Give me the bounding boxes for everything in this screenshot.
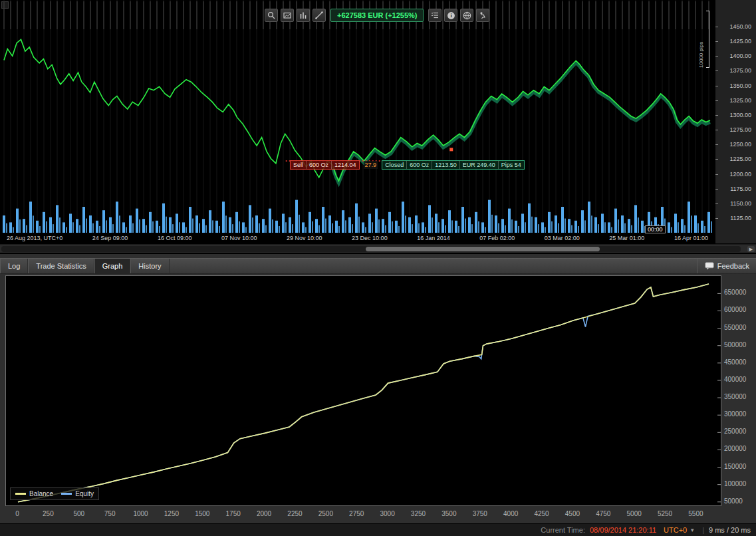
equity-x-axis-label: 500 [73,510,84,517]
latency-value: 9 ms / 20 ms [709,526,751,534]
equity-y-axis-label: 100000 [724,480,746,487]
price-axis-label: 1175.00 [715,186,756,192]
scrollbar-right-arrow-icon[interactable]: ▶ [747,246,755,252]
status-separator: | [702,526,704,534]
tab-graph[interactable]: Graph [94,259,131,273]
partial-price-label: 27.9 [364,161,378,169]
zoom-icon[interactable] [265,9,278,22]
tab-trade-statistics[interactable]: Trade Statistics [28,259,94,273]
chart-horizontal-scrollbar[interactable]: ▶ [0,244,756,253]
date-axis-label: 23 Dec 10:00 [352,235,388,241]
timezone-dropdown[interactable]: UTC+0 ▼ [661,526,697,534]
closed-price: 1213.50 [432,161,460,169]
price-axis-label: 1400.00 [715,53,756,59]
closed-pips: Pips 54 [499,161,524,169]
tab-log[interactable]: Log [0,259,28,273]
date-axis-label: 25 Mar 01:00 [609,235,644,241]
date-axis-label: 07 Nov 10:00 [221,235,257,241]
date-axis-label: 03 Mar 02:00 [545,235,580,241]
tab-history[interactable]: History [130,259,169,273]
date-axis-label: 26 Aug 2013, UTC+0 [7,235,63,241]
equity-x-axis-label: 4000 [503,510,518,517]
equity-x-axis-label: 1000 [133,510,148,517]
chevron-down-icon: ▼ [690,527,695,533]
sell-trade-label: Sell 600 Oz 1214.04 [290,160,360,170]
price-axis-label: 1225.00 [715,156,756,162]
closed-status: Closed [382,161,407,169]
equity-x-axis-label: 5000 [627,510,642,517]
price-axis-label: 1325.00 [715,97,756,104]
info-icon[interactable]: i [444,9,457,22]
closed-trade-label: Closed 600 Oz 1213.50 EUR 249.40 Pips 54 [382,160,525,170]
equity-x-axis-label: 1750 [226,510,241,517]
equity-y-axis-label: 300000 [724,410,746,418]
equity-x-axis-label: 1250 [164,510,179,517]
equity-y-axis-label: 650000 [724,289,746,296]
graph-legend: Balance Equity [10,487,99,500]
price-axis-label: 1150.00 [715,200,756,207]
sell-amount: 600 Oz [307,161,332,169]
equity-y-axis-label: 600000 [724,306,746,313]
snapshot-icon[interactable] [281,9,294,22]
equity-x-axis-label: 5500 [688,510,703,517]
equity-y-axis: 6500006000005500005000004500004000003500… [724,275,756,506]
pips-ruler-label: 10000 pips [698,11,705,68]
price-axis-label: 1450.00 [715,23,756,30]
equity-x-axis: 0250500750100012501500175020002250250027… [5,509,721,519]
globe-icon[interactable] [460,9,473,22]
equity-x-axis-label: 250 [43,510,54,517]
equity-y-axis-label: 200000 [724,445,746,452]
equity-x-axis-label: 2250 [287,510,302,517]
equity-y-axis-label: 450000 [724,358,746,366]
equity-y-axis-label: 50000 [724,497,743,505]
legend-equity: Equity [61,490,94,497]
rider-icon[interactable] [476,9,489,22]
equity-x-axis-label: 0 [15,510,19,517]
price-axis-label: 1300.00 [715,112,756,118]
equity-chart [6,276,721,505]
equity-x-axis-label: 3250 [411,510,426,517]
price-axis: 1450.001425.001400.001375.001350.001325.… [715,0,756,243]
graph-section: Balance Equity 6500006000005500005000004… [0,275,756,519]
scrollbar-thumb[interactable] [366,247,600,251]
balance-label: Balance [29,490,53,497]
date-axis-label: 29 Nov 10:00 [287,235,322,241]
time-marker-badge: 00:00 [645,225,666,233]
scrollbar-track[interactable] [1,246,741,252]
equity-x-axis-label: 3500 [441,510,456,517]
equity-y-axis-label: 500000 [724,341,746,348]
date-axis-label: 16 Oct 09:00 [158,235,192,241]
date-axis-label: 16 Apr 01:00 [674,235,708,241]
date-axis: 26 Aug 2013, UTC+024 Sep 09:0016 Oct 09:… [0,233,715,243]
price-chart-plot[interactable] [0,0,715,234]
profit-badge: +627583 EUR (+1255%) [330,9,424,22]
equity-y-axis-label: 350000 [724,393,746,400]
equity-x-axis-label: 1500 [195,510,209,517]
sell-side: Sell [291,161,307,169]
pips-ruler-bracket [706,11,709,68]
price-axis-label: 1125.00 [715,215,756,221]
price-axis-label: 1200.00 [715,171,756,178]
checklist-icon[interactable] [428,9,441,22]
current-time-value: 08/09/2014 21:20:11 [590,526,656,534]
timezone-value: UTC+0 [664,526,687,534]
equity-label: Equity [75,490,94,497]
equity-x-axis-label: 4250 [534,510,549,517]
equity-x-axis-label: 3000 [380,510,394,517]
trade-annotations: Sell 600 Oz 1214.04 27.9 Closed 600 Oz 1… [290,160,525,170]
price-axis-label: 1350.00 [715,82,756,89]
indicators-icon[interactable] [297,9,310,22]
equity-x-axis-label: 3750 [473,510,487,517]
date-axis-label: 16 Jan 2014 [417,235,450,241]
statusbar: Current Time: 08/09/2014 21:20:11 UTC+0 … [0,523,756,536]
feedback-button[interactable]: Feedback [697,259,756,273]
drawings-icon[interactable] [313,9,326,22]
current-time-label: Current Time: [541,526,585,534]
sell-price: 1214.04 [332,161,359,169]
equity-x-axis-label: 2500 [318,510,333,517]
date-axis-label: 24 Sep 09:00 [92,235,128,241]
equity-x-axis-label: 750 [104,510,116,517]
chart-toolbar: +627583 EUR (+1255%) i [265,9,489,22]
closed-profit: EUR 249.40 [460,161,499,169]
price-chart-panel: +627583 EUR (+1255%) i Sell 600 Oz 1214.… [0,0,756,254]
